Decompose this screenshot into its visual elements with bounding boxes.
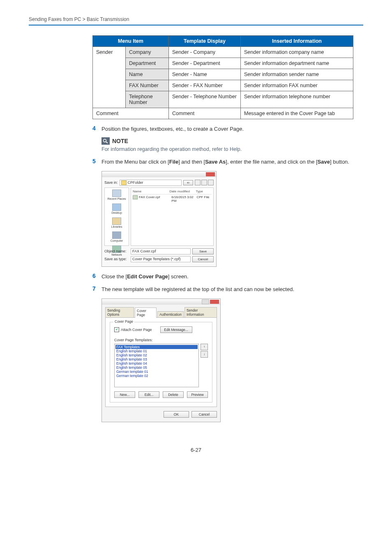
- save-type-value: Cover Page Templates (*.cpf): [132, 257, 180, 261]
- list-item[interactable]: German template 02: [115, 374, 198, 378]
- cell-inserted: Sender information company name: [241, 47, 353, 58]
- cell-inserted: Sender information FAX number: [241, 80, 353, 91]
- cell-template: Sender - Name: [169, 69, 241, 80]
- templates-listbox[interactable]: FAX Templates English template 01 Englis…: [114, 344, 199, 387]
- list-item[interactable]: English template 05: [115, 365, 198, 370]
- save-in-label: Save in:: [104, 180, 118, 185]
- computer-icon: [112, 231, 121, 239]
- default-settings-dialog: Sending Options Cover Page Authenticatio…: [101, 298, 221, 422]
- delete-button[interactable]: Delete: [163, 391, 184, 398]
- save-type-dropdown[interactable]: Cover Page Templates (*.cpf): [131, 256, 191, 262]
- back-icon[interactable]: ⇐: [183, 180, 193, 185]
- sidebar-item[interactable]: Libraries: [106, 217, 127, 228]
- file-type: CPF File: [196, 195, 212, 203]
- sidebar-label: Recent Places: [107, 197, 126, 200]
- cancel-button[interactable]: Cancel: [191, 411, 217, 418]
- attach-label: Attach Cover Page: [121, 328, 152, 332]
- checkbox-checked-icon: ✔: [114, 327, 119, 332]
- tab-authentication[interactable]: Authentication: [157, 311, 184, 317]
- svg-point-0: [104, 139, 106, 142]
- note-block: NOTE For information regarding the opera…: [101, 137, 353, 153]
- th-menu-item: Menu Item: [93, 36, 169, 47]
- move-down-button[interactable]: ↓: [201, 351, 208, 358]
- cell-sub: FAX Number: [126, 80, 169, 91]
- cell-inserted: Message entered in the Cover Page tab: [241, 108, 353, 119]
- th-inserted-info: Inserted Information: [241, 36, 353, 47]
- step-number: 7: [92, 285, 101, 292]
- new-button[interactable]: New...: [114, 391, 135, 398]
- sidebar-item[interactable]: Recent Places: [106, 190, 127, 200]
- move-up-button[interactable]: ↑: [201, 344, 208, 350]
- t: ] screen.: [168, 273, 189, 280]
- places-sidebar[interactable]: Recent Places Desktop Libraries Computer…: [104, 187, 129, 246]
- t-bold: File: [169, 159, 178, 165]
- attach-cover-checkbox[interactable]: ✔ Attach Cover Page: [114, 327, 152, 332]
- recent-icon: [112, 190, 121, 197]
- sidebar-label: Libraries: [111, 225, 122, 228]
- th-template-display: Template Display: [169, 36, 241, 47]
- view-icons[interactable]: [195, 180, 214, 185]
- save-type-label: Save as type:: [104, 257, 129, 261]
- close-icon[interactable]: [206, 172, 215, 176]
- object-name-input[interactable]: FAX Cover.cpf: [131, 248, 191, 254]
- t-bold: Save As: [205, 159, 226, 165]
- desktop-icon: [112, 204, 121, 211]
- ok-button[interactable]: OK: [164, 411, 189, 418]
- col-name: Name: [133, 190, 170, 193]
- t: ], enter the file name, and click on the…: [226, 159, 317, 165]
- cell-template: Sender - FAX Number: [169, 80, 241, 91]
- cell-inserted: Sender information department name: [241, 58, 353, 69]
- libraries-icon: [112, 217, 121, 225]
- help-icon[interactable]: [202, 299, 209, 304]
- sidebar-item[interactable]: Computer: [106, 231, 127, 242]
- page-number: 6-27: [29, 447, 363, 453]
- list-item[interactable]: English template 01: [115, 349, 198, 353]
- tab-sending-options[interactable]: Sending Options: [105, 307, 134, 317]
- file-list-area[interactable]: Name Date modified Type FAX Cover.cpf 6/…: [131, 187, 214, 246]
- menu-items-table: Menu Item Template Display Inserted Info…: [92, 35, 353, 119]
- cell-sender-label: Sender: [93, 47, 126, 108]
- list-item[interactable]: English template 02: [115, 353, 198, 357]
- cancel-button[interactable]: Cancel: [192, 256, 214, 262]
- list-item[interactable]: English template 04: [115, 361, 198, 365]
- templates-label: Cover Page Templates:: [114, 338, 199, 342]
- cell-sub: Name: [126, 69, 169, 80]
- file-row[interactable]: FAX Cover.cpf 6/16/2015 3:02 PM CPF File: [133, 194, 212, 203]
- list-item[interactable]: FAX Templates: [115, 345, 198, 349]
- note-label: NOTE: [112, 138, 128, 144]
- edit-button[interactable]: Edit...: [138, 391, 159, 398]
- step-text: Position the figures, textboxes, etc., t…: [101, 125, 353, 133]
- save-in-dropdown[interactable]: CPFolder: [120, 180, 182, 186]
- close-icon[interactable]: [210, 300, 219, 304]
- cell-template: Sender - Company: [169, 47, 241, 58]
- file-icon: [133, 195, 138, 199]
- note-text: For information regarding the operation …: [101, 146, 353, 153]
- file-date: 6/16/2015 3:02 PM: [171, 195, 196, 203]
- object-name-value: FAX Cover.cpf: [132, 249, 156, 253]
- step-text: From the Menu bar click on [File] and th…: [101, 158, 353, 166]
- cell-comment-label: Comment: [93, 108, 169, 119]
- header-rule: [29, 25, 363, 25]
- col-date: Date modified: [170, 190, 196, 193]
- sidebar-item[interactable]: Desktop: [106, 204, 127, 214]
- edit-message-button[interactable]: Edit Message...: [160, 326, 192, 333]
- t-bold: Edit Cover Page: [127, 273, 168, 280]
- t: Close the [: [101, 273, 127, 280]
- save-button[interactable]: Save: [192, 248, 214, 254]
- note-icon: [101, 137, 110, 145]
- tab-sender-information[interactable]: Sender Information: [184, 307, 217, 317]
- folder-name: CPFolder: [128, 180, 143, 185]
- cell-inserted: Sender information sender name: [241, 69, 353, 80]
- list-item[interactable]: English template 03: [115, 357, 198, 361]
- col-type: Type: [196, 190, 212, 193]
- preview-button[interactable]: Preview: [187, 391, 208, 398]
- save-as-dialog: Save in: CPFolder ⇐ Recent Places Deskto…: [101, 171, 217, 267]
- file-name: FAX Cover.cpf: [139, 195, 171, 203]
- sidebar-label: Network: [111, 253, 122, 256]
- tab-cover-page[interactable]: Cover Page: [135, 308, 157, 318]
- t: ] and then [: [178, 159, 205, 165]
- cell-sub: Telephone Number: [126, 91, 169, 108]
- step-text: The new template will be registered at t…: [101, 285, 353, 294]
- cell-template: Comment: [169, 108, 241, 119]
- list-item[interactable]: German template 01: [115, 370, 198, 374]
